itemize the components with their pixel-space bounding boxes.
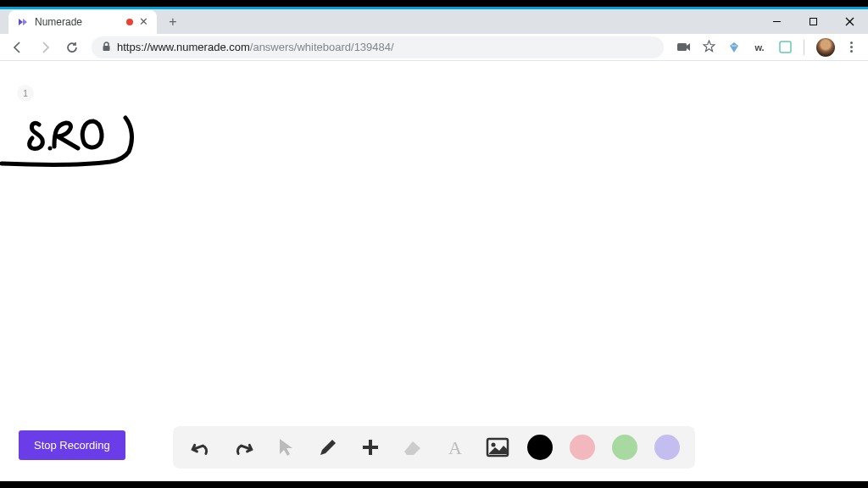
top-letterbox — [0, 0, 868, 7]
lock-icon — [102, 42, 111, 53]
whiteboard-canvas[interactable]: 1 Stop Recording A — [0, 61, 868, 481]
close-window-button[interactable] — [832, 9, 868, 34]
bottom-letterbox — [0, 481, 868, 488]
window-controls — [759, 9, 868, 34]
add-tool[interactable] — [358, 435, 383, 460]
page-number-badge: 1 — [17, 85, 34, 102]
reload-button[interactable] — [61, 36, 83, 58]
address-bar: https://www.numerade.com/answers/whitebo… — [0, 34, 868, 61]
color-green[interactable] — [612, 435, 637, 460]
divider — [804, 40, 804, 55]
color-purple[interactable] — [654, 435, 680, 460]
color-black[interactable] — [527, 435, 553, 460]
tab-title: Numerade — [35, 16, 120, 28]
image-tool[interactable] — [485, 435, 510, 460]
svg-rect-4 — [103, 46, 110, 51]
stop-recording-button[interactable]: Stop Recording — [19, 430, 125, 460]
back-button[interactable] — [7, 36, 29, 58]
maximize-button[interactable] — [795, 9, 832, 34]
url-text: https://www.numerade.com/answers/whitebo… — [117, 41, 394, 53]
video-icon[interactable] — [677, 40, 691, 54]
svg-text:A: A — [448, 438, 462, 457]
handwriting-drawing — [0, 108, 144, 184]
address-bar-icons: w. — [672, 38, 861, 57]
numerade-favicon — [17, 16, 29, 28]
pointer-tool[interactable] — [273, 435, 298, 460]
extension-diamond-icon[interactable] — [727, 41, 741, 54]
extension-w-icon[interactable]: w. — [753, 41, 766, 54]
pen-tool[interactable] — [315, 435, 341, 460]
eraser-tool[interactable] — [400, 435, 426, 460]
text-tool[interactable]: A — [442, 435, 468, 460]
tab-close-button[interactable]: ✕ — [139, 15, 148, 28]
svg-point-12 — [492, 443, 496, 447]
star-icon[interactable] — [703, 40, 715, 55]
svg-rect-6 — [780, 42, 791, 53]
svg-rect-1 — [810, 19, 817, 25]
tab-bar: Numerade ✕ + — [0, 9, 868, 34]
browser-tab[interactable]: Numerade ✕ — [8, 10, 157, 34]
url-input[interactable]: https://www.numerade.com/answers/whitebo… — [92, 36, 664, 58]
svg-rect-5 — [677, 43, 687, 51]
color-pink[interactable] — [570, 435, 595, 460]
forward-button[interactable] — [34, 36, 56, 58]
minimize-button[interactable] — [759, 9, 795, 34]
profile-avatar[interactable] — [816, 38, 835, 57]
browser-menu-button[interactable] — [847, 38, 856, 56]
svg-point-7 — [48, 147, 53, 151]
undo-button[interactable] — [188, 435, 214, 460]
recording-indicator-icon — [126, 19, 133, 25]
new-tab-button[interactable]: + — [162, 11, 184, 33]
whiteboard-toolbar: A — [173, 426, 695, 469]
extension-save-icon[interactable] — [778, 41, 792, 54]
redo-button[interactable] — [231, 435, 256, 460]
